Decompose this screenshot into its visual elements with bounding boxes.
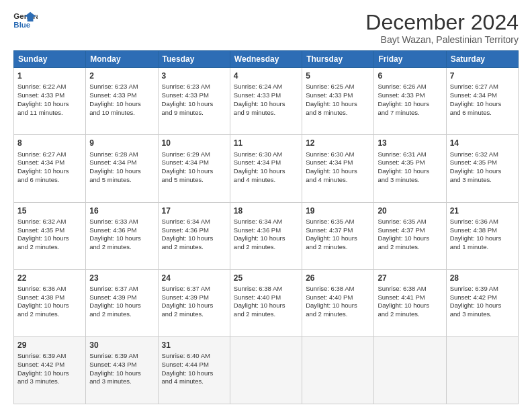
day-number: 10 bbox=[162, 138, 226, 148]
day-info: Sunrise: 6:27 AM Sunset: 4:34 PM Dayligh… bbox=[17, 150, 82, 185]
calendar-cell: 8Sunrise: 6:27 AM Sunset: 4:34 PM Daylig… bbox=[14, 135, 86, 202]
page: General Blue December 2024 Bayt Wazan, P… bbox=[0, 0, 532, 411]
day-number: 20 bbox=[378, 205, 442, 216]
day-number: 30 bbox=[89, 340, 154, 351]
day-number: 2 bbox=[89, 71, 154, 81]
day-info: Sunrise: 6:36 AM Sunset: 4:38 PM Dayligh… bbox=[450, 218, 515, 252]
calendar-cell bbox=[446, 336, 518, 404]
day-number: 13 bbox=[378, 138, 442, 148]
day-info: Sunrise: 6:34 AM Sunset: 4:36 PM Dayligh… bbox=[162, 218, 226, 252]
calendar-cell: 15Sunrise: 6:32 AM Sunset: 4:35 PM Dayli… bbox=[14, 202, 86, 269]
calendar-cell: 2Sunrise: 6:23 AM Sunset: 4:33 PM Daylig… bbox=[86, 68, 158, 135]
calendar-cell: 9Sunrise: 6:28 AM Sunset: 4:34 PM Daylig… bbox=[86, 135, 158, 202]
calendar-cell: 11Sunrise: 6:30 AM Sunset: 4:34 PM Dayli… bbox=[230, 135, 302, 202]
day-info: Sunrise: 6:39 AM Sunset: 4:43 PM Dayligh… bbox=[89, 352, 154, 386]
day-info: Sunrise: 6:23 AM Sunset: 4:33 PM Dayligh… bbox=[89, 83, 154, 117]
calendar-cell: 19Sunrise: 6:35 AM Sunset: 4:37 PM Dayli… bbox=[302, 202, 374, 269]
day-number: 7 bbox=[450, 71, 515, 81]
col-wednesday: Wednesday bbox=[230, 51, 302, 68]
day-info: Sunrise: 6:22 AM Sunset: 4:33 PM Dayligh… bbox=[17, 83, 82, 117]
main-title: December 2024 bbox=[365, 11, 519, 34]
calendar-cell: 28Sunrise: 6:39 AM Sunset: 4:42 PM Dayli… bbox=[446, 269, 518, 336]
title-block: December 2024 Bayt Wazan, Palestinian Te… bbox=[365, 11, 519, 45]
day-number: 1 bbox=[17, 71, 82, 81]
day-number: 11 bbox=[234, 138, 298, 148]
day-number: 22 bbox=[17, 273, 82, 283]
day-info: Sunrise: 6:36 AM Sunset: 4:38 PM Dayligh… bbox=[17, 285, 82, 319]
calendar-week-1: 8Sunrise: 6:27 AM Sunset: 4:34 PM Daylig… bbox=[14, 135, 519, 202]
day-info: Sunrise: 6:30 AM Sunset: 4:34 PM Dayligh… bbox=[234, 150, 298, 185]
day-info: Sunrise: 6:32 AM Sunset: 4:35 PM Dayligh… bbox=[17, 218, 82, 252]
day-number: 25 bbox=[234, 273, 298, 283]
day-info: Sunrise: 6:35 AM Sunset: 4:37 PM Dayligh… bbox=[378, 218, 442, 252]
calendar-cell: 21Sunrise: 6:36 AM Sunset: 4:38 PM Dayli… bbox=[446, 202, 518, 269]
day-info: Sunrise: 6:23 AM Sunset: 4:33 PM Dayligh… bbox=[162, 83, 226, 117]
calendar-cell: 7Sunrise: 6:27 AM Sunset: 4:34 PM Daylig… bbox=[446, 68, 518, 135]
calendar-cell: 16Sunrise: 6:33 AM Sunset: 4:36 PM Dayli… bbox=[86, 202, 158, 269]
calendar-cell bbox=[302, 336, 374, 404]
calendar-cell: 17Sunrise: 6:34 AM Sunset: 4:36 PM Dayli… bbox=[158, 202, 230, 269]
col-friday: Friday bbox=[374, 51, 446, 68]
calendar-week-4: 29Sunrise: 6:39 AM Sunset: 4:42 PM Dayli… bbox=[14, 336, 519, 404]
day-number: 3 bbox=[162, 71, 226, 81]
calendar-cell: 26Sunrise: 6:38 AM Sunset: 4:40 PM Dayli… bbox=[302, 269, 374, 336]
day-info: Sunrise: 6:28 AM Sunset: 4:34 PM Dayligh… bbox=[89, 150, 154, 185]
calendar-week-3: 22Sunrise: 6:36 AM Sunset: 4:38 PM Dayli… bbox=[14, 269, 519, 336]
calendar-cell: 20Sunrise: 6:35 AM Sunset: 4:37 PM Dayli… bbox=[374, 202, 446, 269]
day-number: 18 bbox=[234, 205, 298, 216]
col-sunday: Sunday bbox=[14, 51, 86, 68]
day-info: Sunrise: 6:27 AM Sunset: 4:34 PM Dayligh… bbox=[450, 83, 515, 117]
day-number: 26 bbox=[306, 273, 370, 283]
day-number: 8 bbox=[17, 138, 82, 148]
logo-icon: General Blue bbox=[13, 11, 38, 31]
calendar-cell: 25Sunrise: 6:38 AM Sunset: 4:40 PM Dayli… bbox=[230, 269, 302, 336]
day-info: Sunrise: 6:33 AM Sunset: 4:36 PM Dayligh… bbox=[89, 218, 154, 252]
calendar-cell: 18Sunrise: 6:34 AM Sunset: 4:36 PM Dayli… bbox=[230, 202, 302, 269]
day-info: Sunrise: 6:31 AM Sunset: 4:35 PM Dayligh… bbox=[378, 150, 442, 185]
calendar-cell bbox=[230, 336, 302, 404]
day-number: 28 bbox=[450, 273, 515, 283]
day-info: Sunrise: 6:32 AM Sunset: 4:35 PM Dayligh… bbox=[450, 150, 515, 185]
day-info: Sunrise: 6:39 AM Sunset: 4:42 PM Dayligh… bbox=[17, 352, 82, 386]
day-number: 14 bbox=[450, 138, 515, 148]
calendar-cell: 13Sunrise: 6:31 AM Sunset: 4:35 PM Dayli… bbox=[374, 135, 446, 202]
calendar-cell: 14Sunrise: 6:32 AM Sunset: 4:35 PM Dayli… bbox=[446, 135, 518, 202]
day-number: 12 bbox=[306, 138, 370, 148]
day-info: Sunrise: 6:40 AM Sunset: 4:44 PM Dayligh… bbox=[162, 352, 226, 386]
day-number: 31 bbox=[162, 340, 226, 351]
day-number: 24 bbox=[162, 273, 226, 283]
calendar-cell: 5Sunrise: 6:25 AM Sunset: 4:33 PM Daylig… bbox=[302, 68, 374, 135]
day-info: Sunrise: 6:38 AM Sunset: 4:40 PM Dayligh… bbox=[306, 285, 370, 319]
day-info: Sunrise: 6:35 AM Sunset: 4:37 PM Dayligh… bbox=[306, 218, 370, 252]
calendar-cell: 29Sunrise: 6:39 AM Sunset: 4:42 PM Dayli… bbox=[14, 336, 86, 404]
calendar-cell: 12Sunrise: 6:30 AM Sunset: 4:34 PM Dayli… bbox=[302, 135, 374, 202]
svg-text:Blue: Blue bbox=[13, 21, 30, 29]
header-row: Sunday Monday Tuesday Wednesday Thursday… bbox=[14, 51, 519, 68]
calendar-cell: 1Sunrise: 6:22 AM Sunset: 4:33 PM Daylig… bbox=[14, 68, 86, 135]
calendar-cell: 30Sunrise: 6:39 AM Sunset: 4:43 PM Dayli… bbox=[86, 336, 158, 404]
calendar-table: Sunday Monday Tuesday Wednesday Thursday… bbox=[13, 50, 519, 404]
col-tuesday: Tuesday bbox=[158, 51, 230, 68]
calendar-cell: 24Sunrise: 6:37 AM Sunset: 4:39 PM Dayli… bbox=[158, 269, 230, 336]
day-info: Sunrise: 6:37 AM Sunset: 4:39 PM Dayligh… bbox=[89, 285, 154, 319]
day-info: Sunrise: 6:37 AM Sunset: 4:39 PM Dayligh… bbox=[162, 285, 226, 319]
day-number: 17 bbox=[162, 205, 226, 216]
day-number: 9 bbox=[89, 138, 154, 148]
day-info: Sunrise: 6:38 AM Sunset: 4:41 PM Dayligh… bbox=[378, 285, 442, 319]
calendar-cell: 27Sunrise: 6:38 AM Sunset: 4:41 PM Dayli… bbox=[374, 269, 446, 336]
day-info: Sunrise: 6:38 AM Sunset: 4:40 PM Dayligh… bbox=[234, 285, 298, 319]
day-number: 23 bbox=[89, 273, 154, 283]
day-number: 29 bbox=[17, 340, 82, 351]
col-monday: Monday bbox=[86, 51, 158, 68]
calendar-cell: 4Sunrise: 6:24 AM Sunset: 4:33 PM Daylig… bbox=[230, 68, 302, 135]
calendar-cell: 10Sunrise: 6:29 AM Sunset: 4:34 PM Dayli… bbox=[158, 135, 230, 202]
day-number: 21 bbox=[450, 205, 515, 216]
calendar-week-0: 1Sunrise: 6:22 AM Sunset: 4:33 PM Daylig… bbox=[14, 68, 519, 135]
day-info: Sunrise: 6:34 AM Sunset: 4:36 PM Dayligh… bbox=[234, 218, 298, 252]
col-saturday: Saturday bbox=[446, 51, 518, 68]
calendar-cell: 3Sunrise: 6:23 AM Sunset: 4:33 PM Daylig… bbox=[158, 68, 230, 135]
day-number: 6 bbox=[378, 71, 442, 81]
day-number: 4 bbox=[234, 71, 298, 81]
calendar-cell: 22Sunrise: 6:36 AM Sunset: 4:38 PM Dayli… bbox=[14, 269, 86, 336]
calendar-cell: 6Sunrise: 6:26 AM Sunset: 4:33 PM Daylig… bbox=[374, 68, 446, 135]
